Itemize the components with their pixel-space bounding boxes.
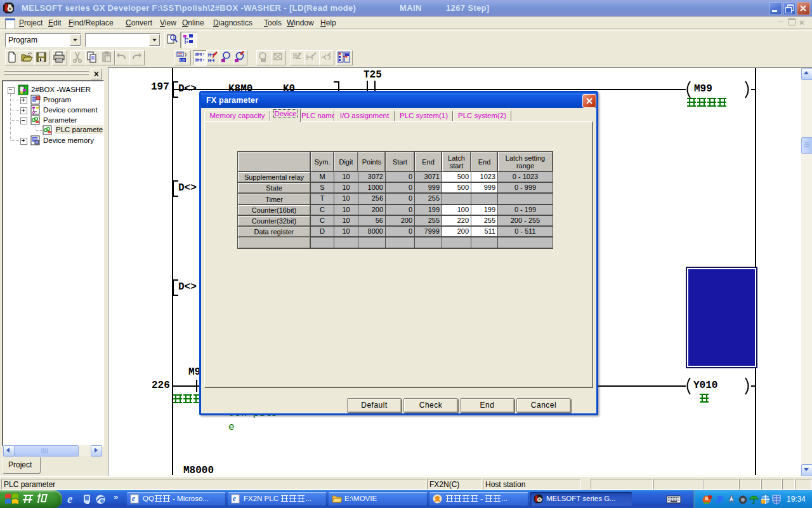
svg-text:LD: LD	[180, 58, 185, 62]
svg-text:e: e	[233, 495, 236, 502]
svg-text:e: e	[132, 495, 135, 502]
